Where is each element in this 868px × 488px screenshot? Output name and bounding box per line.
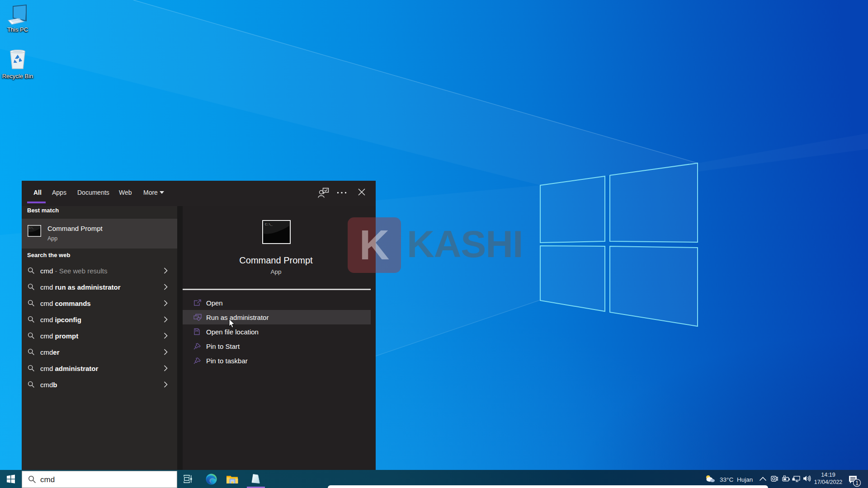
svg-text:1: 1: [855, 480, 859, 486]
svg-text:C:\_: C:\_: [265, 223, 273, 226]
svg-text:C:\_: C:\_: [29, 227, 34, 229]
